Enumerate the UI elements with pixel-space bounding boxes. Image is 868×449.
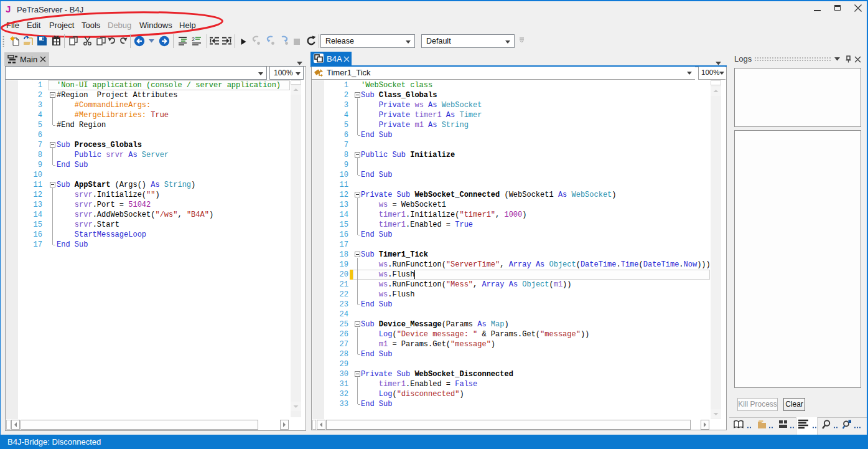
svg-text:2: 2: [192, 36, 195, 42]
